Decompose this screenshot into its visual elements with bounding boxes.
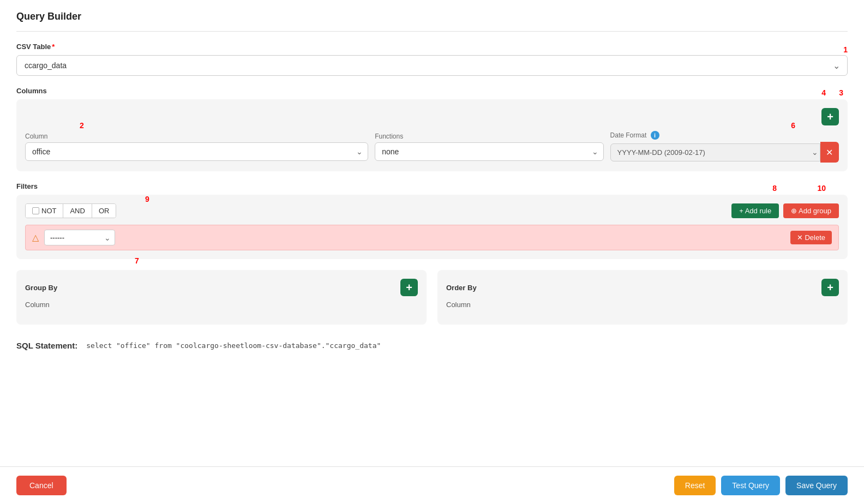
group-by-title-row: Group By + (25, 279, 418, 296)
filters-section-label: Filters (16, 182, 848, 190)
info-icon: i (651, 131, 659, 140)
filter-action-buttons: + Add rule ⊕ Add group (731, 203, 839, 218)
add-rule-button[interactable]: + Add rule (731, 203, 779, 218)
column-field: Column office ⌄ (25, 133, 368, 161)
or-button[interactable]: OR (92, 204, 116, 218)
annotation-9: 9 (145, 195, 149, 203)
filters-section: 8 10 9 NOT AND OR + Add rule ⊕ Add group… (16, 195, 848, 259)
title-divider (16, 31, 848, 32)
add-group-button[interactable]: ⊕ Add group (783, 203, 839, 218)
reset-button[interactable]: Reset (674, 476, 716, 495)
columns-section-label: Columns (16, 87, 848, 95)
not-button[interactable]: NOT (26, 204, 63, 218)
group-by-column-label: Column (25, 301, 418, 309)
add-order-by-button[interactable]: + (821, 279, 839, 296)
delete-rule-button[interactable]: ✕ Delete (790, 231, 832, 244)
filters-header: 9 NOT AND OR + Add rule ⊕ Add group (25, 203, 839, 218)
rule-select[interactable]: ------ (44, 230, 115, 245)
sql-label: SQL Statement: (16, 341, 77, 350)
group-by-section: Group By + Column (16, 270, 427, 325)
warning-icon: △ (32, 232, 39, 243)
required-star: * (52, 43, 55, 51)
columns-section: 4 3 + 2 Column office ⌄ Functions (16, 99, 848, 171)
functions-select-wrapper: none ⌄ (375, 142, 603, 161)
sql-text: select "office" from "coolcargo-sheetloo… (86, 341, 381, 350)
column-select-wrapper: office ⌄ (25, 142, 368, 161)
csv-table-section: CSV Table* ccargo_data ⌄ 1 (16, 43, 848, 76)
column-field-label: Column (25, 133, 368, 140)
date-format-select[interactable]: YYYY-MM-DD (2009-02-17) (610, 143, 820, 161)
not-checkbox (32, 207, 39, 214)
groupby-orderby-row: Group By + Column Order By + Column (16, 270, 848, 325)
order-by-title-row: Order By + (446, 279, 839, 296)
group-by-label: Group By (25, 284, 57, 292)
order-by-section: Order By + Column (437, 270, 848, 325)
columns-header: + (25, 108, 839, 125)
date-format-field: 6 Date Format i YYYY-MM-DD (2009-02-17) … (610, 131, 839, 163)
annotation-7: 7 (135, 256, 139, 265)
cancel-button[interactable]: Cancel (16, 476, 67, 495)
date-format-wrapper: YYYY-MM-DD (2009-02-17) ⌄ ✕ (610, 142, 839, 163)
right-actions: Reset Test Query Save Query (674, 476, 848, 495)
page-title: Query Builder (16, 11, 848, 22)
sql-statement: SQL Statement: select "office" from "coo… (16, 341, 848, 350)
save-query-button[interactable]: Save Query (785, 476, 848, 495)
add-group-by-button[interactable]: + (400, 279, 418, 296)
bottom-bar: Cancel Reset Test Query Save Query (0, 466, 864, 504)
csv-table-select-wrapper: ccargo_data ⌄ (16, 55, 848, 76)
not-label: NOT (41, 207, 56, 215)
csv-table-label: CSV Table* (16, 43, 848, 51)
filter-rule-row: 7 △ ------ ⌄ ✕ Delete (25, 225, 839, 250)
functions-label: Functions (375, 133, 603, 140)
order-by-label: Order By (446, 284, 477, 292)
remove-column-button[interactable]: ✕ (820, 142, 839, 163)
rule-select-wrapper: ------ ⌄ (44, 230, 115, 245)
order-by-column-label: Column (446, 301, 839, 309)
filter-logic-buttons: NOT AND OR (25, 203, 116, 218)
column-select[interactable]: office (25, 142, 368, 161)
column-row: 2 Column office ⌄ Functions 5 none (25, 131, 839, 163)
add-column-button[interactable]: + (821, 108, 839, 125)
functions-field: Functions 5 none ⌄ (375, 133, 603, 161)
test-query-button[interactable]: Test Query (721, 476, 780, 495)
date-format-label: Date Format i (610, 131, 839, 140)
csv-table-select[interactable]: ccargo_data (16, 55, 848, 76)
functions-select[interactable]: none (375, 142, 603, 161)
and-button[interactable]: AND (63, 204, 92, 218)
